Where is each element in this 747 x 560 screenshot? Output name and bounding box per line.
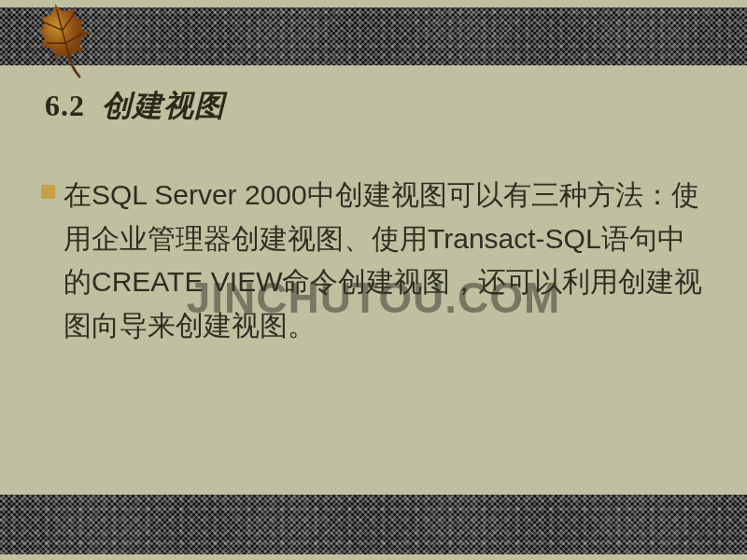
square-bullet-icon: [41, 185, 55, 199]
slide-heading: 6.2 创建视图: [45, 86, 710, 127]
decorative-top-band: [0, 7, 747, 65]
body-paragraph: 在SQL Server 2000中创建视图可以有三种方法：使用企业管理器创建视图…: [63, 174, 710, 347]
heading-number: 6.2: [45, 89, 85, 122]
slide-body: 在SQL Server 2000中创建视图可以有三种方法：使用企业管理器创建视图…: [45, 174, 710, 347]
slide-content: 6.2 创建视图 在SQL Server 2000中创建视图可以有三种方法：使用…: [45, 86, 710, 347]
maple-leaf-icon: [22, 0, 106, 80]
heading-title: 创建视图: [102, 89, 225, 122]
decorative-bottom-band: [0, 495, 747, 554]
